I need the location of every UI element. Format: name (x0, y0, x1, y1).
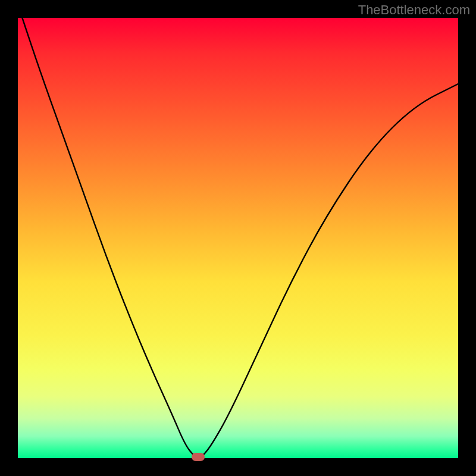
chart-plot-area (18, 18, 458, 458)
minimum-marker (192, 453, 205, 461)
chart-frame: TheBottleneck.com (0, 0, 476, 476)
watermark-text: TheBottleneck.com (358, 2, 470, 18)
